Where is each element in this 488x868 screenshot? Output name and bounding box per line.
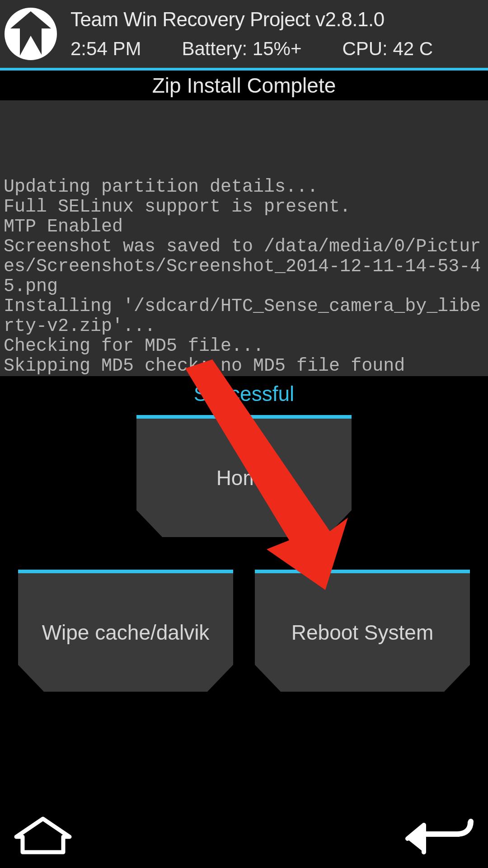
reboot-system-button[interactable]: Reboot System (255, 570, 470, 692)
home-nav-icon[interactable] (14, 816, 72, 857)
nav-bar (0, 809, 488, 868)
wipe-cache-button[interactable]: Wipe cache/dalvik (18, 570, 233, 692)
twrp-logo-icon (4, 7, 58, 61)
wipe-cache-button-label: Wipe cache/dalvik (42, 620, 210, 645)
app-title: Team Win Recovery Project v2.8.1.0 (70, 8, 483, 31)
cpu-temp: CPU: 42 C (342, 38, 433, 60)
back-nav-icon[interactable] (402, 816, 474, 857)
clock-time: 2:54 PM (70, 38, 141, 60)
home-button-label: Home (216, 466, 272, 490)
header-bar: Team Win Recovery Project v2.8.1.0 2:54 … (0, 0, 488, 68)
home-button[interactable]: Home (136, 415, 352, 537)
log-text: Updating partition details... Full SELin… (4, 177, 484, 376)
page-title: Zip Install Complete (0, 71, 488, 100)
svg-marker-2 (407, 824, 425, 853)
status-label: Successful (0, 376, 488, 411)
button-area: Home Wipe cache/dalvik Reboot System (0, 411, 488, 728)
reboot-system-button-label: Reboot System (291, 620, 433, 645)
battery-status: Battery: 15%+ (182, 38, 301, 60)
log-panel: Updating partition details... Full SELin… (0, 100, 488, 376)
